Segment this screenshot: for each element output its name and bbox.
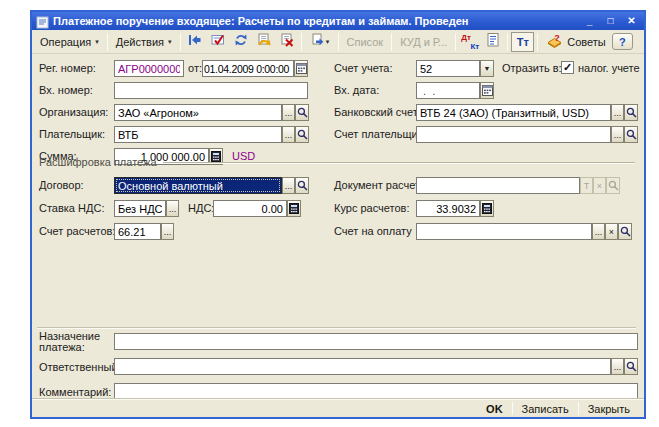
debit-label: Дт — [461, 33, 471, 42]
organization-select-button[interactable]: ... — [282, 104, 295, 121]
post-document-icon — [256, 32, 272, 52]
settlement-account-input[interactable] — [114, 223, 161, 240]
reg-number-label: Рег. номер: — [39, 62, 96, 74]
vat-calculator-button[interactable] — [287, 200, 301, 217]
exchange-rate-label: Курс расчетов: — [334, 202, 410, 214]
vat-amount-input[interactable] — [213, 200, 287, 217]
close-form-button[interactable]: Закрыть — [579, 402, 639, 416]
organization-label: Организация: — [39, 106, 108, 118]
vat-amount-label: НДС: — [188, 202, 214, 214]
purpose-input[interactable] — [114, 333, 638, 350]
incoming-date-label: Вх. дата: — [334, 84, 379, 96]
incoming-date-input[interactable] — [416, 82, 480, 99]
list-button[interactable]: Список — [342, 33, 389, 51]
window-title: Платежное поручение входящее: Расчеты по… — [53, 15, 577, 27]
bank-account-select-button[interactable]: ... — [611, 104, 624, 121]
exchange-rate-calculator-button[interactable] — [480, 200, 494, 217]
tax-accounting-checkbox[interactable]: ✓ — [561, 61, 574, 74]
magnifier-icon — [626, 129, 637, 140]
contract-open-button[interactable] — [295, 177, 309, 194]
responsible-input[interactable] — [114, 358, 611, 375]
organization-input[interactable] — [114, 104, 282, 121]
settlement-account-select-button[interactable]: ... — [161, 223, 174, 240]
comment-input[interactable] — [114, 383, 638, 400]
responsible-open-button[interactable] — [624, 358, 638, 375]
refresh-icon — [233, 32, 249, 52]
kud-button[interactable]: КУД и Р... — [395, 33, 452, 51]
invoice-select-button[interactable]: ... — [592, 223, 605, 240]
payer-input[interactable] — [114, 126, 282, 143]
payer-account-select-button[interactable]: ... — [611, 126, 624, 143]
toolbar-separator — [180, 33, 181, 51]
refresh-button[interactable] — [230, 32, 252, 52]
responsible-select-button[interactable]: ... — [611, 358, 624, 375]
payer-account-open-button[interactable] — [624, 126, 638, 143]
incoming-date-calendar-button[interactable] — [480, 82, 494, 99]
close-button[interactable]: ✕ — [623, 14, 640, 28]
actions-menu-button[interactable]: Действия ▾ — [111, 33, 177, 51]
settlement-document-input[interactable] — [416, 177, 580, 194]
document-window: Платежное поручение входящее: Расчеты по… — [30, 10, 646, 419]
reg-number-input[interactable] — [114, 60, 184, 77]
kud-button-label: КУД и Р... — [400, 36, 447, 48]
contract-select-button[interactable]: ... — [282, 177, 295, 194]
operation-menu-button[interactable]: Операция ▾ — [35, 33, 104, 51]
bank-account-input[interactable] — [416, 104, 611, 121]
toolbar-separator — [107, 33, 108, 51]
account-input[interactable] — [416, 60, 480, 77]
doc-date-input[interactable] — [202, 60, 294, 77]
toolbar-separator — [301, 33, 302, 51]
debit-credit-icon: Дт Кт — [461, 34, 479, 50]
doc-date-label: от: — [188, 62, 202, 74]
toolbar-separator — [391, 33, 392, 51]
operational-posting-button[interactable] — [207, 32, 229, 52]
payer-open-button[interactable] — [295, 126, 309, 143]
incoming-number-input[interactable] — [114, 82, 308, 99]
calendar-icon — [482, 85, 493, 96]
title-bar[interactable]: Платежное поручение входящее: Расчеты по… — [32, 12, 644, 30]
vat-rate-input[interactable] — [114, 200, 166, 217]
help-button[interactable]: ? — [612, 33, 633, 50]
actions-menu-label: Действия — [116, 36, 164, 48]
invoice-input[interactable] — [416, 223, 592, 240]
tips-button[interactable]: ? Советы — [541, 30, 610, 54]
ok-button[interactable]: OK — [477, 402, 512, 416]
purpose-label: Назначение платежа: — [39, 331, 105, 353]
cancel-posting-icon — [279, 32, 295, 52]
document-structure-icon — [485, 32, 501, 52]
settlement-document-type-button[interactable]: T — [580, 177, 593, 194]
show-postings-button[interactable]: Дт Кт — [459, 32, 481, 52]
document-structure-button[interactable] — [482, 32, 504, 52]
tax-accounting-label: налог. учете — [578, 62, 640, 74]
navigate-back-button[interactable] — [184, 32, 206, 52]
payer-select-button[interactable]: ... — [282, 126, 295, 143]
invoice-clear-button[interactable]: × — [605, 223, 618, 240]
settlement-document-open-button[interactable] — [606, 177, 620, 194]
toolbar-separator — [507, 33, 508, 51]
account-dropdown-button[interactable]: ▼ — [480, 60, 494, 77]
maximize-button[interactable]: □ — [602, 14, 619, 28]
invoice-open-button[interactable] — [618, 223, 632, 240]
minimize-button[interactable]: _ — [581, 14, 598, 28]
bottom-button-bar: OK Записать Закрыть — [32, 399, 644, 417]
exchange-rate-input[interactable] — [416, 200, 480, 217]
cancel-posting-button[interactable] — [276, 32, 298, 52]
post-document-button[interactable] — [253, 32, 275, 52]
comment-label: Комментарий: — [39, 386, 111, 398]
doc-date-calendar-button[interactable] — [294, 60, 308, 77]
vat-rate-label: Ставка НДС: — [39, 202, 104, 214]
organization-open-button[interactable] — [295, 104, 309, 121]
invoice-label: Счет на оплату — [334, 225, 412, 237]
contract-input[interactable] — [114, 177, 282, 194]
bank-account-open-button[interactable] — [624, 104, 638, 121]
typing-toggle-button[interactable]: Тт — [511, 32, 534, 52]
payer-account-input[interactable] — [416, 126, 611, 143]
responsible-label: Ответственный: — [39, 361, 121, 373]
check-icon: ✓ — [563, 61, 572, 73]
save-button[interactable]: Записать — [513, 402, 578, 416]
settlement-document-clear-button[interactable]: × — [593, 177, 606, 194]
create-based-on-button[interactable]: ▾ — [305, 32, 335, 52]
credit-label: Кт — [470, 42, 479, 51]
payment-details-section-header: Расшифровка платежа — [39, 156, 635, 168]
vat-rate-select-button[interactable]: ... — [166, 200, 179, 217]
